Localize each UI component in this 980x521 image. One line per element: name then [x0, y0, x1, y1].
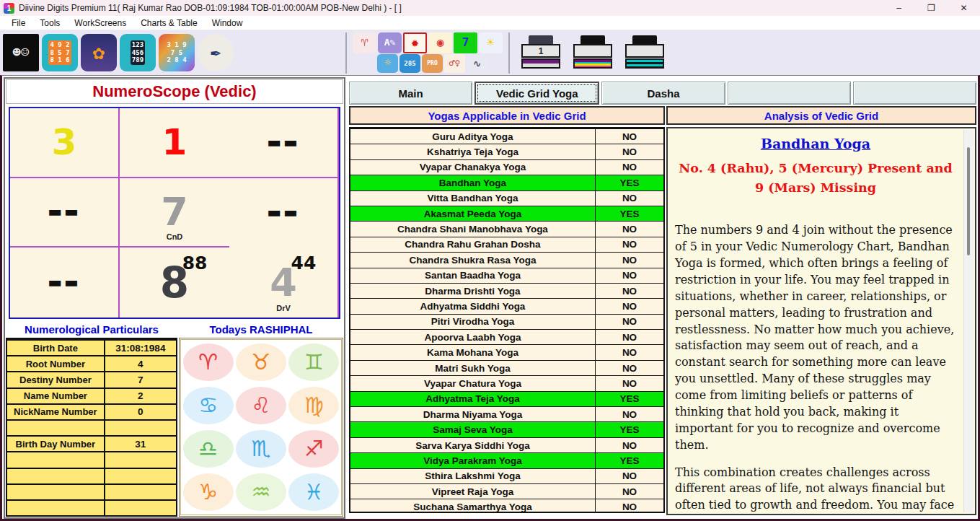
zodiac-leo[interactable]: ♌: [234, 384, 287, 427]
zodiac-aries[interactable]: ♈: [182, 341, 234, 384]
yoga-row[interactable]: Dharma Drishti Yoga NO: [350, 283, 663, 298]
yoga-row[interactable]: Dharma Niyama Yoga NO: [350, 406, 663, 421]
numeroscope-cell: 3: [10, 108, 120, 178]
tab-empty-1[interactable]: [728, 82, 851, 105]
zodiac-virgo[interactable]: ♍: [288, 384, 340, 427]
yoga-row[interactable]: Sthira Lakshmi Yoga NO: [350, 468, 663, 483]
cell-number: 1: [162, 124, 187, 160]
numeric-phone-icon[interactable]: 123 456 789: [120, 34, 156, 71]
rainbow-grid-icon[interactable]: 3 1 9 7 5 2 8 4: [159, 34, 195, 71]
yoga-row[interactable]: Adhyatma Siddhi Yoga NO: [350, 298, 663, 313]
yoga-row[interactable]: Sarva Karya Siddhi Yoga NO: [350, 437, 663, 452]
yoga-row[interactable]: Kama Mohana Yoga NO: [350, 344, 663, 359]
yoga-row[interactable]: Chandra Shani Manobhava Yoga NO: [350, 221, 663, 236]
toolbar-icon-glyph: 123 456 789: [131, 40, 145, 64]
menu-item-file[interactable]: File: [4, 17, 32, 30]
yoga-row[interactable]: Vidya Parakram Yoga YES: [350, 452, 663, 468]
eraser-spring-icon[interactable]: ∿: [467, 54, 487, 73]
yoga-row[interactable]: Santan Baadha Yoga NO: [350, 268, 663, 283]
zodiac-taurus[interactable]: ♉: [234, 341, 287, 384]
toolbar-icon-glyph: 3 1 9 7 5 2 8 4: [165, 40, 187, 64]
tab-dasha[interactable]: Dasha: [601, 82, 725, 105]
yoga-name: Santan Baadha Yoga: [350, 268, 595, 283]
yoga-status: NO: [595, 330, 663, 344]
zodiac-aquarius[interactable]: ♒: [234, 470, 287, 514]
color-dots-icon[interactable]: ◉: [428, 32, 452, 53]
profile-faces-icon[interactable]: ☻☺: [3, 34, 39, 71]
man-reading-icon[interactable]: ✒: [198, 34, 234, 71]
yoga-name: Dharma Niyama Yoga: [350, 407, 595, 421]
target-icon[interactable]: ✹: [403, 32, 427, 53]
yoga-row[interactable]: Pitri Virodha Yoga NO: [350, 314, 663, 329]
yoga-row[interactable]: Apoorva Laabh Yoga NO: [350, 329, 663, 344]
left-subheaders: Numerological Particulars Todays RASHIPH…: [5, 320, 344, 338]
zodiac-scorpio[interactable]: ♏: [234, 427, 287, 470]
yoga-row[interactable]: Bandhan Yoga YES: [350, 175, 663, 190]
particulars-row: [7, 419, 176, 435]
yoga-row[interactable]: Samaj Seva Yoga YES: [350, 421, 663, 437]
lotus-icon[interactable]: ✿: [81, 34, 117, 71]
yoga-row[interactable]: Vyapar Chatura Yoga NO: [350, 375, 663, 390]
menu-item-tools[interactable]: Tools: [32, 17, 67, 30]
yoga-row[interactable]: Chandra Rahu Grahan Dosha NO: [350, 237, 663, 252]
analysis-paragraphs: The numbers 9 and 4 join without the pre…: [675, 222, 956, 515]
analysis-paragraph: The numbers 9 and 4 join without the pre…: [675, 222, 956, 453]
toolbar-icon-glyph: ☀: [485, 35, 496, 51]
restore-button[interactable]: ❐: [915, 0, 948, 16]
particulars-label: [7, 501, 105, 515]
particulars-value: 0: [105, 405, 176, 419]
number-seven-icon[interactable]: 7: [454, 32, 477, 53]
analysis-scrollbar[interactable]: [963, 130, 974, 512]
tab-label: Dasha: [647, 87, 679, 100]
tab-main[interactable]: Main: [349, 82, 472, 105]
toolbar-group-center: ♈ A✎ ✹ ◉ 7: [353, 32, 503, 73]
menu-item-workscreens[interactable]: WorkScreens: [67, 17, 133, 30]
idea-bulb-icon[interactable]: ☀: [479, 32, 503, 53]
print-single-page-button[interactable]: 1: [520, 35, 562, 71]
zodiac-symbol: ♌: [252, 395, 271, 416]
yoga-row[interactable]: Guru Aditya Yoga NO: [350, 128, 663, 144]
zodiac-libra[interactable]: ♎: [182, 427, 234, 470]
zodiac-cancer[interactable]: ♋: [182, 384, 234, 427]
zodiac-oval: ♈: [183, 343, 234, 381]
pro-36-tag-icon[interactable]: PRO: [422, 54, 443, 73]
number-grid-icon[interactable]: 4 9 2 8 5 7 8 1 6: [42, 34, 78, 71]
compatibility-icon[interactable]: ♂♀: [444, 54, 465, 73]
yoga-name: Pitri Virodha Yoga: [350, 315, 595, 329]
minimize-button[interactable]: –: [883, 0, 915, 16]
yoga-status: NO: [595, 299, 663, 313]
text-number-edit-icon[interactable]: A✎: [378, 32, 402, 53]
yoga-status: NO: [595, 407, 663, 421]
analysis-scrollbar-thumb[interactable]: [967, 147, 970, 255]
zodiac-oval: ♒: [236, 473, 286, 511]
close-button[interactable]: ✕: [948, 0, 980, 16]
tab-vedic-grid-yoga[interactable]: Vedic Grid Yoga: [474, 82, 599, 105]
zodiac-symbol: ♊: [304, 351, 324, 373]
analysis-subtitle: No. 4 (Rahu), 5 (Mercury) Present and 9 …: [678, 159, 953, 198]
zodiac-gemini[interactable]: ♊: [288, 341, 340, 384]
tab-empty-2[interactable]: [853, 82, 976, 105]
yoga-row[interactable]: Akasmat Peeda Yoga YES: [350, 206, 663, 221]
yoga-status: NO: [595, 253, 663, 267]
yoga-row[interactable]: Suchana Samarthya Yoga NO: [350, 499, 663, 513]
zodiac-oval: ♍: [288, 387, 339, 424]
menu-item-charts-table[interactable]: Charts & Table: [133, 17, 205, 30]
menu-item-window[interactable]: Window: [205, 17, 250, 30]
zodiac-capricorn[interactable]: ♑: [182, 470, 234, 514]
app-window: 1 Diivine Digits Premium 11( Raj Kumar R…: [0, 0, 980, 521]
print-color-button[interactable]: [572, 35, 614, 71]
yoga-row[interactable]: Vyapar Chanakya Yoga NO: [350, 159, 663, 175]
daily-numbers-icon[interactable]: ☼: [377, 54, 398, 73]
yoga-row[interactable]: Vipreet Raja Yoga NO: [350, 483, 663, 499]
yoga-row[interactable]: Kshatriya Teja Yoga NO: [350, 144, 663, 159]
zodiac-sagittarius[interactable]: ♐: [288, 427, 340, 470]
zodiac-pisces[interactable]: ♓: [288, 470, 340, 514]
yoga-row[interactable]: Adhyatma Teja Yoga YES: [350, 391, 663, 406]
yoga-row[interactable]: Matri Sukh Yoga NO: [350, 360, 663, 375]
yoga-row[interactable]: Vitta Bandhan Yoga NO: [350, 191, 663, 206]
yoga-name: Vitta Bandhan Yoga: [350, 191, 595, 206]
calendar-aries-icon[interactable]: ♈: [353, 32, 376, 53]
case-numbers-icon[interactable]: 285: [399, 54, 420, 73]
print-multi-report-button[interactable]: [624, 35, 666, 71]
yoga-row[interactable]: Chandra Shukra Rasa Yoga NO: [350, 252, 663, 267]
